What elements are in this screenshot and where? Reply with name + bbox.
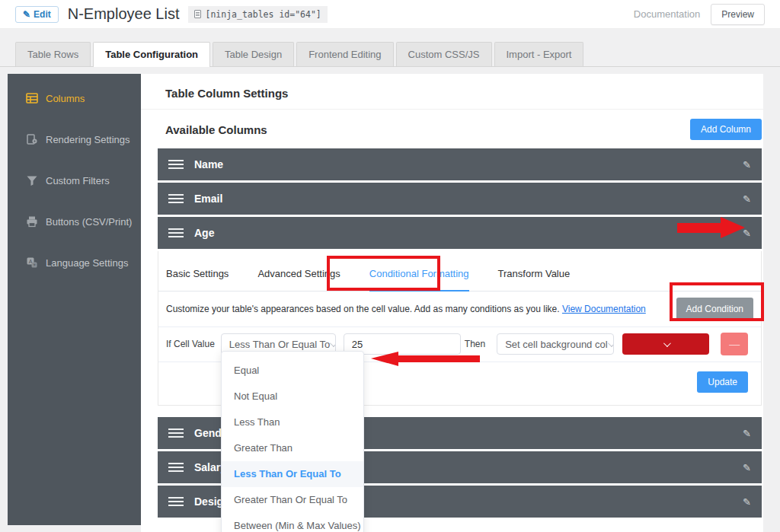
sidebar-item-label: Rendering Settings [46,134,130,145]
sidebar-item-language-settings[interactable]: A✳ Language Settings [8,247,141,278]
tab-table-rows[interactable]: Table Rows [15,42,91,66]
sidebar-item-buttons-csv-print[interactable]: Buttons (CSV/Print) [8,206,141,237]
add-condition-button[interactable]: Add Condition [676,298,753,320]
sidebar-item-label: Columns [46,93,85,104]
edit-column-pencil-icon[interactable]: ✎ [743,228,751,239]
tab-table-design[interactable]: Table Design [213,42,294,66]
dropdown-option-equal[interactable]: Equal [222,358,363,384]
then-label: Then [465,339,485,349]
tab-custom-css-js[interactable]: Custom CSS/JS [396,42,492,66]
edit-button-label: Edit [34,9,51,20]
drag-handle-icon[interactable] [168,463,184,473]
sidebar-item-rendering-settings[interactable]: Rendering Settings [8,124,141,155]
subtab-conditional-formatting[interactable]: Conditional Formatting [369,268,469,291]
column-row-age[interactable]: Age ✎ [158,217,762,249]
view-documentation-link[interactable]: View Documentation [562,304,646,314]
drag-handle-icon[interactable] [168,160,184,170]
operator-dropdown-menu: Equal Not Equal Less Than Greater Than L… [221,351,364,532]
table-icon [26,92,38,104]
page-title: N-Employee List [68,5,180,23]
dropdown-option-greater-than[interactable]: Greater Than [222,435,363,461]
panel-title: Table Column Settings [141,74,763,110]
subtab-advanced-settings[interactable]: Advanced Settings [257,268,340,291]
sidebar-item-label: Language Settings [46,257,128,269]
remove-condition-button[interactable]: — [721,333,748,355]
tab-frontend-editing[interactable]: Frontend Editing [296,42,393,66]
update-button[interactable]: Update [697,371,748,393]
column-label: Email [194,193,222,205]
main-tab-bar: Table Rows Table Configuration Table Des… [0,42,780,67]
drag-handle-icon[interactable] [168,428,184,438]
edit-column-pencil-icon[interactable]: ✎ [743,462,751,473]
subtab-transform-value[interactable]: Transform Value [498,268,571,291]
tab-table-configuration[interactable]: Table Configuration [93,42,210,67]
subtab-basic-settings[interactable]: Basic Settings [166,268,229,291]
printer-icon [26,215,38,228]
sidebar-item-label: Custom Filters [46,175,110,186]
dropdown-option-not-equal[interactable]: Not Equal [222,384,363,409]
render-icon [26,133,38,145]
preview-button[interactable]: Preview [711,4,765,25]
action-select-value: Set cell background col [505,339,607,350]
edit-column-pencil-icon[interactable]: ✎ [743,496,751,508]
edit-column-pencil-icon[interactable]: ✎ [743,193,751,205]
edit-column-pencil-icon[interactable]: ✎ [743,428,751,439]
dropdown-option-greater-than-or-equal-to[interactable]: Greater Than Or Equal To [222,487,363,513]
edit-column-pencil-icon[interactable]: ✎ [743,159,751,170]
chevron-down-icon [608,339,615,347]
dropdown-option-less-than-or-equal-to[interactable]: Less Than Or Equal To [222,461,363,487]
column-row-name[interactable]: Name ✎ [158,148,762,180]
tab-import-export[interactable]: Import - Export [494,42,584,66]
action-select[interactable]: Set cell background col [497,333,614,355]
drag-handle-icon[interactable] [168,497,184,507]
shortcode-chip[interactable]: [ninja_tables id="64"] [188,6,327,23]
language-icon: A✳ [26,256,38,269]
workspace: Columns Rendering Settings Custom Filter… [0,74,780,532]
edit-pencil-icon: ✎ [23,9,30,20]
top-bar: ✎Edit N-Employee List [ninja_tables id="… [0,0,780,29]
if-cell-value-label: If Cell Value [166,339,215,349]
editor-tab-bar: Basic Settings Advanced Settings Conditi… [158,251,761,291]
column-row-email[interactable]: Email ✎ [158,183,762,215]
available-columns-heading: Available Columns [165,123,267,136]
sidebar-item-label: Buttons (CSV/Print) [46,216,132,228]
document-icon [194,10,201,18]
edit-button[interactable]: ✎Edit [15,6,59,23]
shortcode-text: [ninja_tables id="64"] [205,9,321,20]
sidebar-item-custom-filters[interactable]: Custom Filters [8,165,141,196]
conditional-formatting-description: Customize your table's appearances based… [166,304,646,314]
chevron-down-icon [663,339,671,347]
dropdown-option-between[interactable]: Between (Min & Max Values) [222,513,363,532]
sidebar-item-columns[interactable]: Columns [8,83,141,113]
chevron-down-icon [330,339,336,347]
column-label: Name [194,158,223,170]
drag-handle-icon[interactable] [168,228,184,238]
dropdown-option-less-than[interactable]: Less Than [222,409,363,435]
drag-handle-icon[interactable] [168,194,184,204]
svg-text:✳: ✳ [32,263,36,267]
operator-select-value: Less Than Or Equal To [229,339,331,350]
documentation-link[interactable]: Documentation [634,8,700,20]
column-label: Age [194,227,214,239]
color-picker-button[interactable] [622,333,709,355]
add-column-button[interactable]: Add Column [690,119,762,140]
settings-sidebar: Columns Rendering Settings Custom Filter… [8,74,141,525]
filter-icon [26,174,38,186]
